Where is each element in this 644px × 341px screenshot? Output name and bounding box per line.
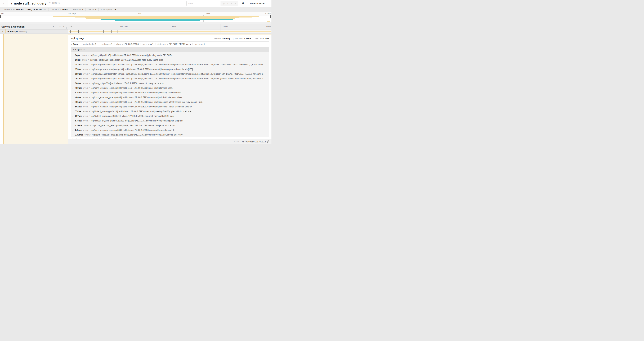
- log-field-key: event: [83, 87, 88, 89]
- span-detail-header: sql query Service: node sql1|Duration: 2…: [71, 37, 269, 40]
- span-row[interactable]: ∨ node sql1 sql query: [0, 30, 272, 34]
- keyboard-shortcuts-button[interactable]: ⌘: [240, 1, 246, 6]
- log-row[interactable]: ›2.79ms:event=‹sql/conn_executor_exec.go…: [71, 132, 269, 137]
- log-row[interactable]: ›366μs:event=‹sql/plan_opt.go:358 [nsql1…: [71, 81, 269, 86]
- prev-result-icon[interactable]: ∧: [227, 2, 229, 5]
- summary-value-suffix: .326: [42, 8, 46, 11]
- equals-sign: =: [167, 43, 168, 45]
- log-event-marker[interactable]: [105, 30, 105, 33]
- chevron-right-icon: ›: [72, 92, 75, 94]
- log-timestamp: 459μs:: [75, 87, 82, 89]
- span-gantt-track[interactable]: [68, 30, 272, 34]
- span-detail-title: sql query: [71, 37, 84, 40]
- clear-search-icon[interactable]: ×: [235, 2, 236, 5]
- log-row[interactable]: ›502μs:event=‹sql/conn_executor_exec.go:…: [71, 104, 269, 109]
- log-event-marker[interactable]: [112, 30, 112, 33]
- log-row[interactable]: ›476μs:event=‹sql/conn_executor_exec.go:…: [71, 90, 269, 95]
- log-timestamp: 201μs:: [75, 78, 82, 80]
- log-row[interactable]: ›176μs:event=‹sql/catalog/descs/descript…: [71, 67, 269, 72]
- summary-value: 2.79ms: [60, 8, 68, 11]
- log-timestamp: 189μs:: [75, 73, 82, 75]
- log-event-marker[interactable]: [103, 30, 104, 33]
- chevron-right-icon: ›: [72, 134, 75, 136]
- log-field-value: ‹sql/plan_opt.go:358 [nsql1,client=127.0…: [90, 59, 164, 61]
- view-select-button[interactable]: Trace Timeline ⌄: [248, 1, 269, 6]
- log-event-marker[interactable]: [264, 30, 264, 33]
- chevron-right-icon: ›: [72, 54, 75, 56]
- equals-sign: =: [89, 106, 90, 108]
- page-title: node sql1: sql query: [14, 2, 46, 5]
- summary-item-0: Trace StartMarch 31 2022, 17:25:09.326: [2, 8, 48, 11]
- tag-value: 1: [111, 43, 112, 45]
- span-operation-name: sql query: [20, 31, 27, 33]
- tag-item: statement=SELECT * FROM users: [155, 43, 192, 45]
- chevron-right-icon: ›: [72, 82, 75, 84]
- log-timestamp: 2.7ms:: [75, 129, 82, 131]
- detail-left-column: [0, 34, 68, 144]
- log-event-marker[interactable]: [103, 30, 103, 33]
- find-input[interactable]: [186, 1, 220, 6]
- log-field-key: event: [83, 92, 88, 94]
- log-event-marker[interactable]: [70, 30, 71, 33]
- log-field-key: event: [83, 96, 88, 99]
- log-field-value: ‹sql/catalog/lease/descriptor_version_st…: [91, 63, 263, 66]
- equals-sign: =: [89, 64, 90, 66]
- copy-link-icon[interactable]: [267, 140, 269, 143]
- tag-key: client: [116, 43, 121, 45]
- log-row[interactable]: ›486μs:event=‹sql/conn_executor_exec.go:…: [71, 95, 269, 100]
- log-timestamp: 476μs:: [75, 92, 82, 94]
- log-event-marker[interactable]: [104, 30, 104, 33]
- span-color-strip: [5, 30, 6, 34]
- minimap-canvas[interactable]: [0, 15, 271, 22]
- collapse-one-icon[interactable]: ∨: [53, 25, 55, 28]
- log-row[interactable]: ›574μs:event=‹sql/distsql_running.go:142…: [71, 109, 269, 114]
- chevron-down-icon[interactable]: ∨: [10, 2, 12, 5]
- equals-sign: =: [88, 59, 89, 61]
- log-row[interactable]: ›34μs:event=‹sql/exec_util.go:2297 [nsql…: [71, 53, 269, 58]
- column-resizer-handle[interactable]: ||: [66, 27, 68, 29]
- tag-item: user=root: [192, 43, 206, 45]
- log-field-value: ‹sql/conn_executor_exec.go:684 [nsql1,cl…: [91, 106, 192, 108]
- detail-left-gutter: [0, 34, 3, 144]
- minimap-span-bar: [62, 21, 258, 21]
- log-row[interactable]: ›2.7ms:event=‹sql/conn_executor_exec.go:…: [71, 128, 269, 132]
- ruler-gridline: [170, 24, 170, 29]
- log-event-marker[interactable]: [81, 30, 81, 33]
- tags-row[interactable]: ›Tags:_unfinished=1_verbose=1client=127.…: [71, 42, 269, 47]
- log-event-marker[interactable]: [83, 30, 83, 33]
- chevron-down-icon[interactable]: ∨: [2, 30, 3, 33]
- view-select-label: Trace Timeline: [250, 2, 264, 5]
- next-result-icon[interactable]: ∨: [231, 2, 233, 5]
- log-row[interactable]: ›597μs:event=‹sql/distsql_running.go:498…: [71, 114, 269, 118]
- summary-value: March 31 2022, 17:25:09: [16, 8, 42, 11]
- viewport-left-handle[interactable]: [0, 16, 1, 18]
- log-row[interactable]: ›142μs:event=‹sql/catalog/lease/descript…: [71, 62, 269, 67]
- span-detail-card: sql query Service: node sql1|Duration: 2…: [68, 35, 272, 139]
- log-row[interactable]: ›2.69ms:event=‹sql/conn_executor_exec.go…: [71, 123, 269, 128]
- summary-item-2: Services2: [70, 8, 86, 11]
- viewport-right-handle[interactable]: [270, 16, 271, 18]
- ruler-tick-label: 2.09ms: [222, 25, 228, 27]
- log-field-value: ‹sql/conn_executor_exec.go:684 [nsql1,cl…: [91, 92, 181, 94]
- expand-all-icon[interactable]: »: [63, 25, 64, 28]
- log-row[interactable]: ›189μs:event=‹sql/catalog/lease/descript…: [71, 72, 269, 76]
- log-row[interactable]: ›80μs:event=‹sql/plan_opt.go:358 [nsql1,…: [71, 58, 269, 62]
- chevron-right-icon[interactable]: ›: [71, 43, 72, 45]
- log-event-marker[interactable]: [102, 30, 102, 33]
- log-row[interactable]: ›495μs:event=‹sql/conn_executor_exec.go:…: [71, 100, 269, 104]
- span-service-name: node sql1: [8, 30, 18, 33]
- match-case-icon[interactable]: ◎: [223, 2, 225, 5]
- collapse-all-icon[interactable]: »: [60, 25, 61, 28]
- equals-sign: =: [88, 54, 89, 56]
- log-row[interactable]: ›201μs:event=‹sql/catalog/lease/descript…: [71, 76, 269, 81]
- log-row[interactable]: ›678μs:event=‹sql/distsql_physical_plann…: [71, 118, 269, 123]
- log-event-marker[interactable]: [118, 30, 118, 33]
- log-field-key: event: [83, 101, 88, 103]
- span-duration-bar[interactable]: [69, 31, 271, 32]
- logs-header[interactable]: ∨Logs(18): [71, 47, 269, 52]
- back-button[interactable]: ←: [0, 0, 8, 7]
- tag-value: 127.0.0.1:59936: [124, 43, 139, 45]
- log-row[interactable]: ›459μs:event=‹sql/conn_executor_exec.go:…: [71, 86, 269, 90]
- chevron-right-icon: ›: [72, 106, 75, 108]
- expand-one-icon[interactable]: ›: [56, 25, 57, 28]
